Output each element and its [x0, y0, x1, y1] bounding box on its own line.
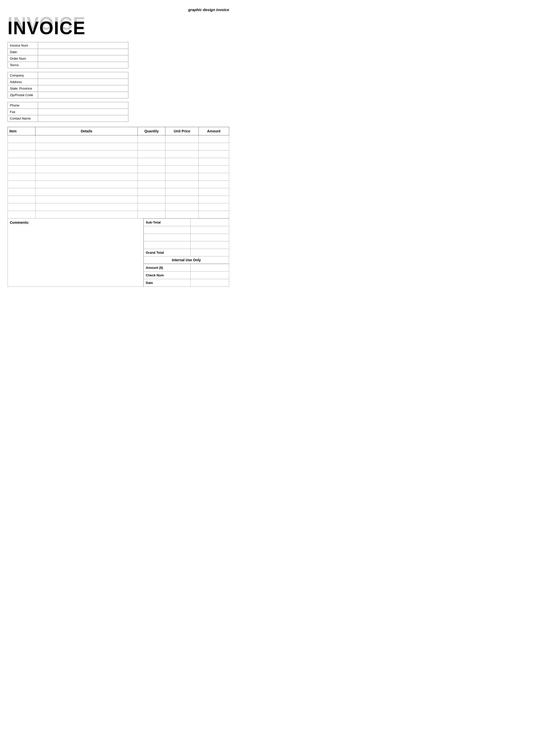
- table-cell[interactable]: [35, 188, 138, 196]
- table-row: [8, 181, 229, 188]
- summary-label: [144, 242, 191, 249]
- table-cell[interactable]: [138, 136, 165, 143]
- table-cell[interactable]: [165, 173, 199, 181]
- table-cell[interactable]: [165, 151, 199, 158]
- table-row: [8, 188, 229, 196]
- info-label: Fax: [8, 109, 38, 115]
- table-cell[interactable]: [35, 136, 138, 143]
- table-cell[interactable]: [199, 151, 229, 158]
- info-value[interactable]: [38, 42, 129, 49]
- table-row: [8, 166, 229, 173]
- table-cell[interactable]: [138, 151, 165, 158]
- info-row: Address: [8, 79, 129, 85]
- table-cell[interactable]: [8, 188, 36, 196]
- table-cell[interactable]: [35, 211, 138, 218]
- table-cell[interactable]: [35, 203, 138, 211]
- table-cell[interactable]: [165, 196, 199, 203]
- summary-value[interactable]: [191, 242, 229, 249]
- info-row: Phone: [8, 102, 129, 109]
- table-cell[interactable]: [199, 136, 229, 143]
- table-cell[interactable]: [138, 158, 165, 166]
- internal-label: Amount ($): [144, 264, 191, 272]
- table-cell[interactable]: [165, 136, 199, 143]
- table-cell[interactable]: [138, 188, 165, 196]
- table-cell[interactable]: [199, 203, 229, 211]
- table-cell[interactable]: [199, 196, 229, 203]
- table-cell[interactable]: [165, 166, 199, 173]
- table-cell[interactable]: [165, 181, 199, 188]
- table-cell[interactable]: [35, 181, 138, 188]
- info-value[interactable]: [38, 62, 129, 68]
- table-cell[interactable]: [199, 211, 229, 218]
- table-cell[interactable]: [138, 173, 165, 181]
- table-cell[interactable]: [8, 136, 36, 143]
- info-value[interactable]: [38, 55, 129, 62]
- table-cell[interactable]: [165, 203, 199, 211]
- internal-value[interactable]: [191, 272, 229, 279]
- table-cell[interactable]: [8, 203, 36, 211]
- table-cell[interactable]: [165, 158, 199, 166]
- bottom-section: Comments: Sub-TotalGrand Total Internal …: [8, 218, 229, 287]
- table-cell[interactable]: [199, 166, 229, 173]
- table-cell[interactable]: [8, 211, 36, 218]
- table-cell[interactable]: [8, 151, 36, 158]
- table-row: [8, 211, 229, 218]
- info-value[interactable]: [38, 79, 129, 85]
- table-cell[interactable]: [8, 196, 36, 203]
- info-label: Contact Name: [8, 115, 38, 122]
- table-cell[interactable]: [35, 158, 138, 166]
- info-value[interactable]: [38, 49, 129, 55]
- info-label: Date:: [8, 49, 38, 55]
- table-cell[interactable]: [35, 143, 138, 151]
- table-cell[interactable]: [138, 203, 165, 211]
- table-cell[interactable]: [8, 173, 36, 181]
- table-cell[interactable]: [165, 143, 199, 151]
- internal-row: Amount ($): [144, 264, 229, 272]
- table-cell[interactable]: [35, 151, 138, 158]
- summary-value[interactable]: [191, 226, 229, 234]
- summary-value[interactable]: [191, 249, 229, 257]
- info-label: Company: [8, 72, 38, 79]
- info-value[interactable]: [38, 85, 129, 92]
- internal-value[interactable]: [191, 279, 229, 287]
- summary-row: [144, 242, 229, 249]
- table-cell[interactable]: [199, 158, 229, 166]
- summary-value[interactable]: [191, 234, 229, 242]
- summary-row: Sub-Total: [144, 219, 229, 226]
- info-label: Phone: [8, 102, 38, 109]
- info-value[interactable]: [38, 72, 129, 79]
- internal-value[interactable]: [191, 264, 229, 272]
- table-row: [8, 143, 229, 151]
- table-cell[interactable]: [199, 173, 229, 181]
- info-value[interactable]: [38, 109, 129, 115]
- info-table-1: Invoice NumDate:Order NumTerms: [8, 42, 129, 68]
- table-cell[interactable]: [199, 143, 229, 151]
- table-cell[interactable]: [138, 196, 165, 203]
- table-cell[interactable]: [8, 181, 36, 188]
- table-cell[interactable]: [8, 158, 36, 166]
- summary-label: Grand Total: [144, 249, 191, 257]
- table-cell[interactable]: [35, 166, 138, 173]
- table-cell[interactable]: [138, 143, 165, 151]
- info-row: State, Province: [8, 85, 129, 92]
- table-cell[interactable]: [8, 166, 36, 173]
- table-cell[interactable]: [165, 211, 199, 218]
- info-value[interactable]: [38, 102, 129, 109]
- summary-value[interactable]: [191, 219, 229, 226]
- info-value[interactable]: [38, 115, 129, 122]
- info-value[interactable]: [38, 92, 129, 98]
- table-cell[interactable]: [8, 143, 36, 151]
- table-cell[interactable]: [35, 173, 138, 181]
- table-cell[interactable]: [165, 188, 199, 196]
- table-cell[interactable]: [35, 196, 138, 203]
- table-cell[interactable]: [138, 181, 165, 188]
- table-cell[interactable]: [138, 211, 165, 218]
- table-cell[interactable]: [199, 188, 229, 196]
- internal-label: Check Num: [144, 272, 191, 279]
- table-cell[interactable]: [199, 181, 229, 188]
- info-label: Order Num: [8, 55, 38, 62]
- table-cell[interactable]: [138, 166, 165, 173]
- info-label: Address: [8, 79, 38, 85]
- internal-row: Check Num: [144, 272, 229, 279]
- info-table-3: PhoneFaxContact Name: [8, 102, 129, 122]
